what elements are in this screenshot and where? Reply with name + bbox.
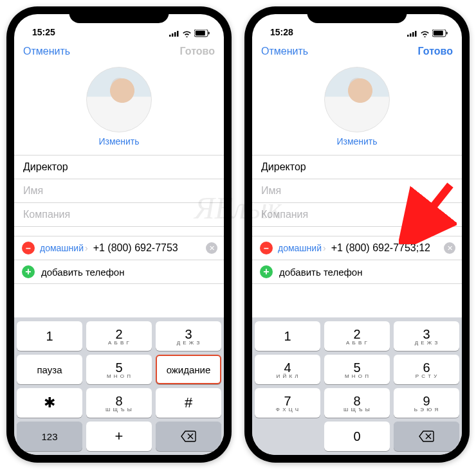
key-123[interactable]: 123 [17,422,82,451]
nav-bar: Отменить Готово [252,39,462,64]
company-field[interactable]: Компания [252,202,462,227]
svg-rect-9 [412,32,414,37]
remove-phone-button[interactable]: – [260,242,273,254]
key-5[interactable]: 5М Н О П [86,355,152,384]
phone-frame: 15:25 Отменить Готово Изменить Директор … [6,6,232,463]
svg-rect-6 [208,32,210,35]
avatar-section: Изменить [14,64,224,152]
name-field[interactable]: Имя [252,179,462,203]
status-icons [407,30,448,37]
svg-rect-13 [446,32,448,35]
cancel-button[interactable]: Отменить [261,46,308,57]
key-symbol[interactable]: # [156,388,221,418]
key-1[interactable]: 1 [17,321,82,351]
avatar[interactable] [86,67,152,132]
key-0[interactable]: 0 [324,422,390,451]
status-time: 15:25 [32,27,55,37]
key-symbol[interactable]: + [86,422,152,451]
add-phone-row[interactable]: + добавить телефон [14,260,224,284]
done-button[interactable]: Готово [418,46,453,57]
battery-icon [194,30,210,37]
avatar[interactable] [324,67,390,132]
phone-type-selector[interactable]: домашний› [278,243,326,253]
key-7[interactable]: 7Ф Х Ц Ч [255,388,320,418]
clear-input-button[interactable]: ✕ [444,242,455,254]
signal-icon [407,30,417,37]
add-phone-icon: + [260,265,273,278]
change-photo-button[interactable]: Изменить [98,136,139,147]
wifi-icon [182,30,192,37]
wifi-icon [420,30,430,37]
key-2[interactable]: 2А Б В Г [86,321,152,351]
cancel-button[interactable]: Отменить [23,46,70,57]
keypad: 12А Б В Г3Д Е Ж Зпауза5М Н О Пожидание✱8… [14,317,224,455]
key-5[interactable]: 5М Н О П [324,355,390,384]
phone-type-selector[interactable]: домашний› [40,243,88,253]
backspace-key[interactable] [394,422,459,451]
done-button[interactable]: Готово [180,46,215,57]
key-2[interactable]: 2А Б В Г [324,321,390,351]
change-photo-button[interactable]: Изменить [336,136,377,147]
svg-rect-3 [177,31,179,37]
svg-rect-5 [196,31,205,35]
clear-input-button[interactable]: ✕ [206,242,217,254]
phone-number-input[interactable]: +1 (800) 692-7753;12 [331,242,439,254]
signal-icon [169,30,179,37]
key-4[interactable]: 4И Й К Л [255,355,320,384]
name-field[interactable]: Имя [14,179,224,203]
svg-rect-1 [172,33,174,37]
keypad: 12А Б В Г3Д Е Ж З4И Й К Л5М Н О П6Р С Т … [252,317,462,455]
key-пауза[interactable]: пауза [17,355,82,384]
notch [69,6,169,23]
name-fields: Директор Имя Компания [252,152,462,227]
svg-rect-12 [434,31,443,35]
add-phone-label: добавить телефон [279,267,363,278]
key-3[interactable]: 3Д Е Ж З [394,321,459,351]
chevron-right-icon: › [323,243,326,253]
key-8[interactable]: 8Ш Щ Ъ Ы [86,388,152,418]
key-empty [255,422,320,451]
notch [307,6,407,23]
surname-field[interactable]: Директор [14,155,224,179]
phone-row: – домашний› +1 (800) 692-7753 ✕ [14,236,224,260]
key-6[interactable]: 6Р С Т У [394,355,459,384]
add-phone-icon: + [22,265,35,278]
key-symbol[interactable]: ✱ [17,388,82,418]
name-fields: Директор Имя Компания [14,152,224,227]
key-3[interactable]: 3Д Е Ж З [156,321,221,351]
remove-phone-button[interactable]: – [22,242,35,254]
surname-field[interactable]: Директор [252,155,462,179]
screen: 15:28 Отменить Готово Изменить Директор … [252,14,462,455]
backspace-key[interactable] [156,422,221,451]
company-field[interactable]: Компания [14,202,224,227]
screen: 15:25 Отменить Готово Изменить Директор … [14,14,224,455]
key-9[interactable]: 9Ь Э Ю Я [394,388,459,418]
avatar-section: Изменить [252,64,462,152]
add-phone-row[interactable]: + добавить телефон [252,260,462,284]
svg-rect-7 [407,35,409,37]
phone-row: – домашний› +1 (800) 692-7753;12 ✕ [252,236,462,260]
key-ожидание[interactable]: ожидание [156,355,221,384]
svg-rect-0 [169,35,171,37]
phone-number-input[interactable]: +1 (800) 692-7753 [93,242,201,254]
status-icons [169,30,210,37]
key-8[interactable]: 8Ш Щ Ъ Ы [324,388,390,418]
battery-icon [432,30,448,37]
add-phone-label: добавить телефон [41,267,125,278]
svg-rect-8 [410,33,412,37]
status-time: 15:28 [270,27,293,37]
svg-rect-10 [415,31,417,37]
nav-bar: Отменить Готово [14,39,224,64]
key-1[interactable]: 1 [255,321,320,351]
svg-rect-2 [174,32,176,37]
chevron-right-icon: › [85,243,88,253]
phone-frame: 15:28 Отменить Готово Изменить Директор … [244,6,470,463]
